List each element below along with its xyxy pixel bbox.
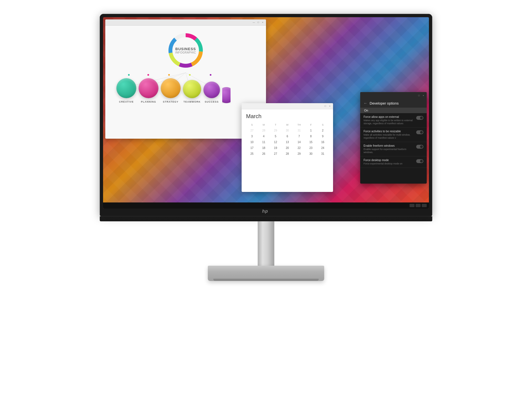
toggle-desktop-mode[interactable]	[416, 159, 423, 163]
cal-header-m: M	[258, 123, 270, 127]
cal-day[interactable]: 4	[258, 134, 270, 139]
cal-day[interactable]: 1	[305, 128, 317, 133]
cal-day[interactable]: 7	[293, 134, 305, 139]
cal-day[interactable]: 27	[246, 128, 258, 133]
cal-day[interactable]: 2	[317, 128, 329, 133]
cal-day[interactable]: 11	[258, 139, 270, 145]
dev-item-desc-2: Make all activities resizable for multi-…	[364, 133, 415, 139]
cal-week-3: 10 11 12 13 14 15 16	[246, 139, 329, 145]
cal-week-2: 3 4 5 6 7 8 9	[246, 134, 329, 139]
cal-day[interactable]: 19	[270, 145, 282, 151]
dev-item-row-1: Force allow apps on external Makes any a…	[364, 115, 423, 125]
dev-item-title-1: Force allow apps on external	[364, 115, 415, 118]
dev-panel-title: Developer options	[370, 101, 399, 105]
donut-chart: BUSINESS INFOGRAPHIC	[166, 31, 205, 70]
cal-day[interactable]: 3	[246, 134, 258, 139]
toggle-force-apps[interactable]	[416, 116, 423, 120]
hp-logo: hp	[262, 208, 270, 215]
bubble-item-creative: CREATIVE	[116, 78, 136, 103]
maximize-button[interactable]: □	[257, 21, 260, 24]
cal-day[interactable]: 6	[282, 134, 293, 139]
cal-day[interactable]: 15	[305, 139, 317, 145]
cal-day[interactable]: 23	[305, 145, 317, 151]
cal-day[interactable]: 24	[317, 145, 329, 151]
bubble-label-strategy: STRATEGY	[163, 100, 178, 103]
cal-header-f: F	[305, 123, 317, 127]
dev-item-force-apps: Force allow apps on external Makes any a…	[360, 113, 427, 128]
cal-day[interactable]: 16	[317, 139, 329, 145]
cal-day[interactable]: 31	[317, 151, 329, 156]
cal-day[interactable]: 26	[258, 151, 270, 156]
dev-item-row-4: Force desktop mode Force experimental de…	[364, 159, 423, 165]
calendar-window: □ × March S M T W TH F S	[242, 103, 333, 192]
cal-day[interactable]: 30	[282, 128, 293, 133]
cal-day[interactable]: 25	[246, 151, 258, 156]
dev-panel-titlebar: □ ×	[360, 92, 427, 99]
bubble-item-extra	[222, 87, 231, 103]
cal-day[interactable]: 28	[258, 128, 270, 133]
bubble-creative	[116, 78, 136, 98]
bubble-label-teamwork: TEAMWORK	[183, 100, 201, 103]
back-icon[interactable]: ←	[364, 101, 367, 105]
cal-day[interactable]: 9	[317, 134, 329, 139]
bubble-strategy	[161, 78, 181, 98]
dev-item-desktop-mode: Force desktop mode Force experimental de…	[360, 156, 427, 168]
cal-day[interactable]: 8	[305, 134, 317, 139]
cal-day[interactable]: 31	[293, 128, 305, 133]
bubble-teamwork	[183, 80, 201, 98]
monitor-stand-base	[208, 266, 324, 281]
developer-options-panel: □ × ← Developer options On Force allow a…	[360, 92, 427, 184]
calendar-maximize-button[interactable]: □	[324, 105, 327, 108]
infographic-body: CREATIVE PLANNING STRATEGY	[114, 73, 258, 133]
calendar-titlebar: □ ×	[242, 103, 333, 109]
cal-header-s1: S	[246, 123, 258, 127]
monitor-chin	[100, 216, 432, 221]
donut-title: BUSINESS	[175, 47, 196, 51]
monitor-screen: — □ ×	[103, 17, 429, 209]
bubble-item-teamwork: TEAMWORK	[183, 80, 201, 103]
cal-day[interactable]: 29	[293, 151, 305, 156]
cal-day[interactable]: 12	[270, 139, 282, 145]
bubble-item-success: SUCCESS	[203, 82, 220, 103]
taskbar	[103, 202, 429, 209]
dev-close-button[interactable]: ×	[422, 94, 425, 97]
cal-day[interactable]: 13	[282, 139, 293, 145]
cal-day[interactable]: 28	[282, 151, 293, 156]
cal-day[interactable]: 17	[246, 145, 258, 151]
donut-center-text: BUSINESS INFOGRAPHIC	[175, 47, 196, 54]
dev-item-row-2: Force activities to be resizable Make al…	[364, 130, 423, 139]
cal-day[interactable]: 27	[270, 151, 282, 156]
cal-week-4: 17 18 19 20 22 23 24	[246, 145, 329, 151]
dev-item-resizable: Force activities to be resizable Make al…	[360, 128, 427, 142]
calendar-window-controls: □ ×	[324, 105, 331, 108]
dev-maximize-button[interactable]: □	[417, 94, 421, 97]
dev-item-title-3: Enable freeform windows	[364, 144, 415, 147]
dev-panel-header: ← Developer options	[360, 99, 427, 108]
cal-day[interactable]: 18	[258, 145, 270, 151]
dev-item-text-3: Enable freeform windows Enable support f…	[364, 144, 415, 154]
dev-item-freeform: Enable freeform windows Enable support f…	[360, 142, 427, 156]
calendar-content: March S M T W TH F S 27	[242, 109, 333, 161]
calendar-close-button[interactable]: ×	[328, 105, 331, 108]
cal-day[interactable]: 10	[246, 139, 258, 145]
cal-header-s2: S	[317, 123, 329, 127]
toggle-resizable[interactable]	[416, 130, 423, 134]
bubble-label-creative: CREATIVE	[119, 100, 134, 103]
cal-day[interactable]: 5	[270, 134, 282, 139]
dev-item-desc-1: Makes any app eligible to be written to …	[364, 119, 415, 125]
dev-status-badge: On	[360, 108, 427, 113]
dev-item-text-2: Force activities to be resizable Make al…	[364, 130, 415, 139]
cal-header-th: TH	[293, 123, 305, 127]
cal-day[interactable]: 14	[293, 139, 305, 145]
cal-day[interactable]: 20	[282, 145, 293, 151]
minimize-button[interactable]: —	[252, 21, 255, 24]
monitor-wrapper: — □ ×	[86, 14, 446, 402]
cal-day[interactable]: 22	[293, 145, 305, 151]
taskbar-icon-2	[416, 204, 421, 207]
infographic-window-controls: — □ ×	[252, 21, 264, 24]
toggle-freeform[interactable]	[416, 145, 423, 149]
cal-day[interactable]: 30	[305, 151, 317, 156]
calendar-day-headers: S M T W TH F S	[246, 123, 329, 127]
cal-day[interactable]: 29	[270, 128, 282, 133]
close-button[interactable]: ×	[261, 21, 264, 24]
